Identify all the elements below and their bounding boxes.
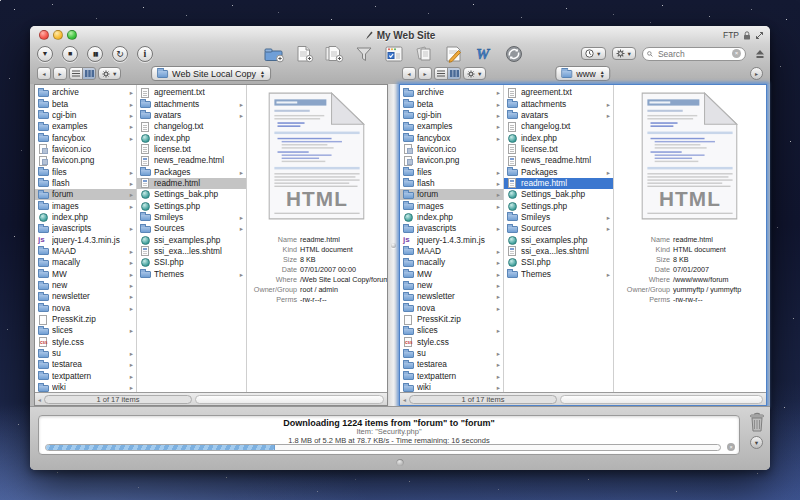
file-row[interactable]: forum [400, 189, 503, 200]
file-row[interactable]: forum [35, 189, 136, 200]
file-row[interactable]: MW [35, 269, 136, 280]
file-row[interactable]: SSI.php [504, 257, 613, 268]
file-row[interactable]: index.php [35, 212, 136, 223]
file-row[interactable]: ssi_exa...les.shtml [504, 246, 613, 257]
collapse-transfer-button[interactable]: ▼ [750, 436, 763, 449]
search-input[interactable] [656, 48, 729, 60]
file-row[interactable]: agreement.txt [137, 87, 246, 98]
file-row[interactable]: favicon.png [400, 155, 503, 166]
file-row[interactable]: testarea [35, 359, 136, 370]
file-row[interactable]: Smileys [137, 212, 246, 223]
forward-button[interactable]: ▸ [53, 67, 67, 80]
resize-icon[interactable] [755, 31, 764, 40]
actions-dropdown[interactable]: ▼ [612, 47, 636, 60]
file-row[interactable]: favicon.png [35, 155, 136, 166]
file-row[interactable]: attachments [504, 98, 613, 109]
file-row[interactable]: slices [35, 325, 136, 336]
file-row[interactable]: flash [400, 178, 503, 189]
file-row[interactable]: Themes [137, 269, 246, 280]
back-button[interactable]: ◂ [37, 67, 51, 80]
file-row[interactable]: images [400, 200, 503, 211]
file-row[interactable]: Settings.php [504, 200, 613, 211]
file-row[interactable]: Themes [504, 269, 613, 280]
pane-divider[interactable] [388, 84, 399, 406]
trash-icon[interactable] [749, 412, 765, 433]
file-row[interactable]: Settings_bak.php [504, 189, 613, 200]
file-row[interactable]: Sources [137, 223, 246, 234]
file-row[interactable]: new [400, 280, 503, 291]
info-button[interactable]: i [137, 46, 153, 62]
file-row[interactable]: PressKit.zip [400, 314, 503, 325]
new-folder-button[interactable] [262, 44, 286, 63]
file-row[interactable]: avatars [137, 110, 246, 121]
file-row[interactable]: style.css [400, 337, 503, 348]
file-row[interactable]: slices [400, 325, 503, 336]
column-view-button[interactable] [447, 67, 461, 80]
list-view-button[interactable] [69, 67, 83, 80]
file-row[interactable]: ssi_exa...les.shtml [137, 246, 246, 257]
file-row[interactable]: jquery-1.4.3.min.js [400, 234, 503, 245]
file-row[interactable]: favicon.ico [35, 144, 136, 155]
pause-button[interactable]: ▮▮ [87, 46, 103, 62]
file-row[interactable]: archive [35, 87, 136, 98]
edit-button[interactable] [442, 44, 466, 63]
file-row[interactable]: newsletter [400, 291, 503, 302]
remote-path-dropdown[interactable]: www ▲▼ [555, 66, 610, 81]
file-row[interactable]: Settings.php [137, 200, 246, 211]
file-row[interactable]: fancybox [400, 132, 503, 143]
file-row[interactable]: ssi_examples.php [137, 234, 246, 245]
web-preview-button[interactable]: W [472, 44, 496, 63]
file-row[interactable]: Sources [504, 223, 613, 234]
left-pane-actions-dropdown[interactable]: ▼ [98, 67, 121, 80]
file-row[interactable]: beta [35, 98, 136, 109]
right-pane-actions-dropdown[interactable]: ▼ [463, 67, 486, 80]
title-bar[interactable]: My Web Site FTP [30, 26, 770, 45]
file-row[interactable]: Settings_bak.php [137, 189, 246, 200]
file-row[interactable]: license.txt [504, 144, 613, 155]
file-row[interactable]: cgi-bin [400, 110, 503, 121]
local-path-dropdown[interactable]: Web Site Local Copy ▲▼ [151, 66, 271, 81]
file-row[interactable]: nova [400, 303, 503, 314]
file-row[interactable]: index.php [504, 132, 613, 143]
file-row[interactable]: agreement.txt [504, 87, 613, 98]
file-row[interactable]: textpattern [400, 371, 503, 382]
horizontal-scrollbar[interactable] [560, 395, 763, 404]
file-row[interactable]: news_readme.html [137, 155, 246, 166]
file-row[interactable]: MW [400, 269, 503, 280]
file-row[interactable]: examples [400, 121, 503, 132]
file-row[interactable]: SSI.php [137, 257, 246, 268]
file-row[interactable]: changelog.txt [504, 121, 613, 132]
new-file-button[interactable] [292, 44, 316, 63]
file-row[interactable]: javascripts [35, 223, 136, 234]
file-row[interactable]: files [35, 166, 136, 177]
eject-button[interactable] [754, 48, 766, 60]
filter-button[interactable] [352, 44, 376, 63]
file-row[interactable]: newsletter [35, 291, 136, 302]
file-row[interactable]: news_readme.html [504, 155, 613, 166]
connect-button[interactable]: ▸ [750, 67, 763, 80]
file-row[interactable]: readme.html [504, 178, 613, 189]
scroll-left-icon[interactable]: ◂ [403, 396, 406, 403]
file-row[interactable]: wiki [35, 382, 136, 392]
file-row[interactable]: macally [400, 257, 503, 268]
file-row[interactable]: new [35, 280, 136, 291]
file-row[interactable]: macally [35, 257, 136, 268]
file-row[interactable]: PressKit.zip [35, 314, 136, 325]
file-row[interactable]: jquery-1.4.3.min.js [35, 234, 136, 245]
cancel-transfer-icon[interactable]: × [727, 443, 735, 451]
file-row[interactable]: beta [400, 98, 503, 109]
file-row[interactable]: Packages [504, 166, 613, 177]
queue-button[interactable] [382, 44, 406, 63]
clear-search-icon[interactable]: × [732, 49, 741, 58]
file-row[interactable]: Packages [137, 166, 246, 177]
file-row[interactable]: avatars [504, 110, 613, 121]
file-row[interactable]: examples [35, 121, 136, 132]
history-dropdown[interactable]: ▼ [581, 47, 605, 60]
file-row[interactable]: fancybox [35, 132, 136, 143]
sync-button[interactable] [502, 44, 526, 63]
duplicate-file-button[interactable] [322, 44, 346, 63]
file-row[interactable]: nova [35, 303, 136, 314]
file-row[interactable]: attachments [137, 98, 246, 109]
file-row[interactable]: MAAD [35, 246, 136, 257]
horizontal-scrollbar[interactable] [195, 395, 384, 404]
